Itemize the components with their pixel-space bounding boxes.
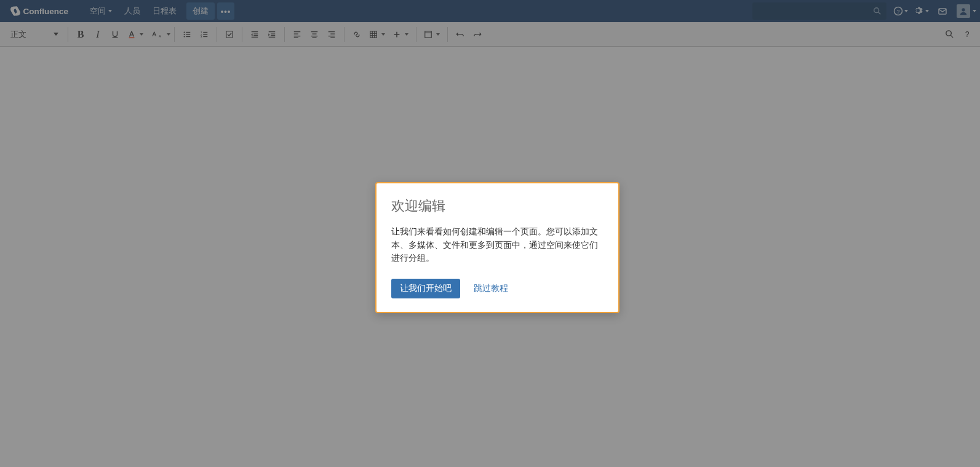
start-button[interactable]: 让我们开始吧 xyxy=(391,279,460,298)
start-button-label: 让我们开始吧 xyxy=(400,283,452,293)
dialog-actions: 让我们开始吧 跳过教程 xyxy=(391,279,604,298)
skip-tutorial-label: 跳过教程 xyxy=(474,283,508,293)
dialog-title: 欢迎编辑 xyxy=(391,197,604,215)
welcome-dialog: 欢迎编辑 让我们来看看如何创建和编辑一个页面。您可以添加文本、多媒体、文件和更多… xyxy=(375,182,619,313)
skip-tutorial-link[interactable]: 跳过教程 xyxy=(474,283,508,294)
dialog-body: 让我们来看看如何创建和编辑一个页面。您可以添加文本、多媒体、文件和更多到页面中，… xyxy=(391,225,604,265)
